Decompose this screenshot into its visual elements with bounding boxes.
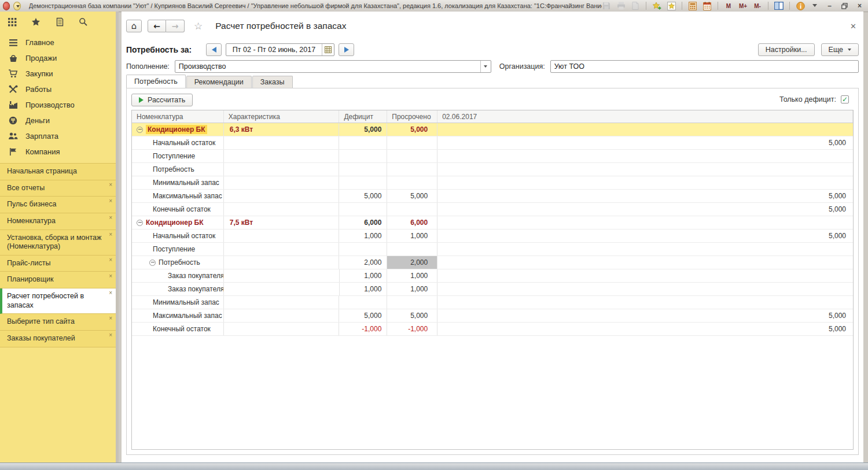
- sidebar-window-item[interactable]: Выберите тип сайта×: [0, 314, 116, 331]
- only-deficit-checkbox[interactable]: ✓: [841, 95, 849, 103]
- favorite-star-icon[interactable]: ☆: [194, 20, 203, 32]
- close-window-icon[interactable]: ×: [109, 332, 112, 338]
- tab-label: Заказы: [260, 78, 285, 86]
- close-window-icon[interactable]: ×: [109, 232, 112, 238]
- calculate-button[interactable]: Рассчитать: [131, 94, 193, 106]
- sidebar-window-item[interactable]: Начальная страница: [0, 164, 116, 180]
- column-header[interactable]: Просрочено: [387, 110, 437, 123]
- date-cell: [437, 283, 853, 295]
- period-field[interactable]: Пт 02 - Пт 02 июнь, 2017: [226, 43, 334, 56]
- sidebar-window-item[interactable]: Номенклатура×: [0, 213, 116, 230]
- tab-Заказы[interactable]: Заказы: [252, 76, 293, 88]
- organization-value: Уют ТОО: [551, 62, 584, 71]
- sidebar-window-item[interactable]: Установка, сборка и монтаж (Номенклатура…: [0, 230, 116, 256]
- table-row[interactable]: Заказ покупателя 4 от 0...1,0001,000: [132, 283, 853, 296]
- close-window-icon[interactable]: ×: [109, 316, 112, 321]
- column-header[interactable]: Дефицит: [339, 110, 387, 123]
- sidebar-section-sales-basket[interactable]: Продажи: [0, 50, 116, 66]
- nomenclature-text: Конечный остаток: [153, 325, 211, 333]
- memory-m[interactable]: M: [724, 1, 733, 10]
- table-row[interactable]: Поступление: [132, 243, 853, 256]
- column-header[interactable]: Характеристика: [224, 110, 340, 123]
- sidebar-section-company-flag[interactable]: Компания: [0, 144, 116, 160]
- characteristic-cell: [224, 150, 340, 162]
- add-favorite-icon[interactable]: [652, 1, 661, 10]
- info-icon[interactable]: [796, 1, 805, 10]
- sidebar-window-item[interactable]: Заказы покупателей×: [0, 331, 116, 347]
- table-row[interactable]: Минимальный запас: [132, 176, 853, 190]
- expander-icon[interactable]: [149, 260, 156, 266]
- more-button[interactable]: Еще: [821, 43, 859, 56]
- sidebar-section-menu[interactable]: Главное: [0, 35, 116, 50]
- calendar-icon[interactable]: [703, 1, 712, 10]
- nomenclature-cell: Конечный остаток: [132, 203, 224, 216]
- close-button[interactable]: ×: [855, 2, 865, 10]
- form-close-icon[interactable]: ✕: [850, 22, 856, 31]
- tab-Рекомендации[interactable]: Рекомендации: [186, 76, 252, 88]
- memory-m-minus[interactable]: M-: [753, 1, 762, 10]
- close-window-icon[interactable]: ×: [109, 215, 112, 221]
- sidebar-section-works-tools[interactable]: Работы: [0, 82, 116, 97]
- close-window-icon[interactable]: ×: [109, 182, 112, 188]
- table-row[interactable]: Минимальный запас: [132, 296, 853, 309]
- table-row[interactable]: Максимальный запас5,0005,0005,000: [132, 309, 853, 323]
- settings-button[interactable]: Настройки...: [758, 43, 815, 56]
- sidebar-window-item[interactable]: Планировщик×: [0, 272, 116, 288]
- column-header[interactable]: 02.06.2017: [437, 110, 853, 123]
- replenishment-combo[interactable]: Производство: [175, 60, 491, 73]
- sidebar-section-money-coin[interactable]: Деньги: [0, 113, 116, 128]
- history-icon[interactable]: [54, 17, 65, 27]
- forward-button[interactable]: →: [166, 20, 185, 32]
- table-row[interactable]: Конечный остаток-1,000-1,0005,000: [132, 323, 853, 336]
- calendar-picker-icon[interactable]: [322, 44, 334, 55]
- sidebar-window-item[interactable]: Все отчеты×: [0, 180, 116, 197]
- form-header: ⌂ ← → ☆ Расчет потребностей в запасах: [126, 18, 346, 34]
- table-row[interactable]: Начальный остаток5,000: [132, 136, 853, 150]
- calculator-icon[interactable]: [688, 1, 697, 10]
- table-row[interactable]: Заказ покупателя 6 от 1...1,0001,000: [132, 269, 853, 283]
- close-window-icon[interactable]: ×: [109, 257, 112, 263]
- search-icon[interactable]: [78, 17, 89, 27]
- table-row[interactable]: Потребность: [132, 163, 853, 176]
- overdue-cell: 5,000: [387, 123, 437, 136]
- column-header[interactable]: Номенклатура: [132, 110, 224, 123]
- close-window-icon[interactable]: ×: [109, 198, 112, 204]
- minimize-button[interactable]: –: [825, 2, 834, 10]
- table-row[interactable]: Кондиционер БК7,5 кВт6,0006,000: [132, 216, 853, 230]
- sidebar-section-production-factory[interactable]: Производство: [0, 97, 116, 113]
- sidebar-section-salary-people[interactable]: Зарплата: [0, 128, 116, 144]
- info-dropdown-icon[interactable]: [810, 1, 819, 10]
- table-row[interactable]: Кондиционер БК6,3 кВт5,0005,000: [132, 123, 853, 136]
- apps-grid-icon[interactable]: [7, 17, 17, 27]
- split-window-icon[interactable]: [774, 1, 784, 10]
- system-menu-icon[interactable]: [13, 2, 20, 10]
- table-row[interactable]: Начальный остаток1,0001,0005,000: [132, 230, 853, 243]
- close-window-icon[interactable]: ×: [109, 290, 112, 296]
- memory-m-plus[interactable]: M+: [738, 1, 748, 10]
- overdue-cell: [387, 176, 437, 189]
- table-row[interactable]: Максимальный запас5,0005,0005,000: [132, 190, 853, 203]
- restore-button[interactable]: [840, 2, 849, 10]
- sidebar-window-item[interactable]: Расчет потребностей в запасах×: [0, 288, 116, 314]
- previous-period-button[interactable]: [206, 43, 222, 56]
- expander-icon[interactable]: [137, 220, 143, 226]
- organization-field[interactable]: Уют ТОО: [550, 60, 859, 73]
- table-row[interactable]: Поступление: [132, 150, 853, 163]
- sidebar-window-item[interactable]: Пульс бизнеса×: [0, 197, 116, 213]
- favorites-icon[interactable]: [667, 1, 676, 10]
- sidebar-section-purchases-cart[interactable]: Закупки: [0, 66, 116, 82]
- date-cell: 5,000: [437, 230, 853, 242]
- window-item-label: Все отчеты: [7, 184, 45, 192]
- table-row[interactable]: Потребность2,0002,000: [132, 256, 853, 269]
- back-button[interactable]: ←: [148, 20, 166, 32]
- favorites-star-icon[interactable]: [31, 17, 41, 27]
- nomenclature-text: Поступление: [153, 152, 195, 160]
- table-row[interactable]: Конечный остаток5,000: [132, 203, 853, 216]
- next-period-button[interactable]: [339, 43, 354, 56]
- tab-Потребность[interactable]: Потребность: [126, 75, 186, 88]
- expander-icon[interactable]: [137, 127, 143, 133]
- sidebar-window-item[interactable]: Прайс-листы×: [0, 256, 116, 272]
- close-window-icon[interactable]: ×: [109, 273, 112, 279]
- home-button[interactable]: ⌂: [126, 20, 142, 32]
- replenishment-dropdown-icon[interactable]: [480, 61, 491, 72]
